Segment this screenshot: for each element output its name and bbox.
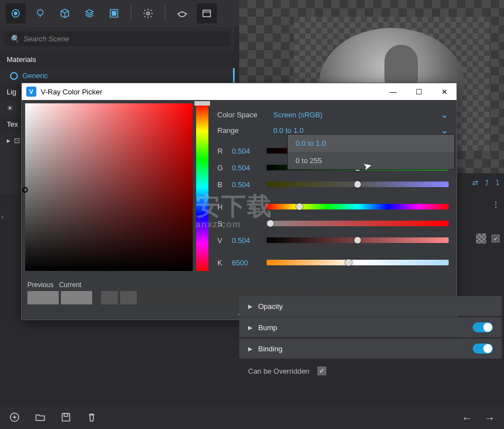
override-row: Can be Overridden ✓ <box>239 360 502 382</box>
r-value[interactable]: 0.504 <box>232 147 260 155</box>
previous-label: Previous <box>27 281 54 289</box>
prop-binding[interactable]: ▶ Binding <box>239 339 502 359</box>
svg-point-6 <box>147 12 150 15</box>
svg-point-7 <box>179 12 186 17</box>
channel-v: V 0.504 <box>217 232 449 249</box>
channel-h: H <box>217 198 449 215</box>
expand-triangle-icon: ▶ <box>248 303 253 309</box>
override-checkbox[interactable]: ✓ <box>317 366 326 375</box>
frame-icon[interactable] <box>104 3 124 23</box>
preset-swatch[interactable] <box>120 291 137 304</box>
back-arrow-icon[interactable]: ← <box>462 412 473 425</box>
separator <box>165 6 165 21</box>
preset-swatch[interactable] <box>139 291 182 304</box>
download-icon[interactable]: ⤵ <box>496 179 500 187</box>
prop-bump[interactable]: ▶ Bump <box>239 317 502 337</box>
expand-icon[interactable]: ▸ <box>7 136 11 145</box>
h-slider[interactable] <box>267 204 449 209</box>
sun-icon[interactable]: ☀ <box>7 104 13 112</box>
k-slider[interactable] <box>267 260 449 265</box>
trash-icon[interactable] <box>86 412 97 425</box>
hue-slider[interactable] <box>196 103 208 271</box>
color-space-label: Color Space <box>217 111 268 119</box>
color-space-row[interactable]: Color Space Screen (sRGB) ⌄ <box>217 107 449 122</box>
g-value[interactable]: 0.504 <box>232 164 260 172</box>
svg-point-1 <box>15 12 17 15</box>
prop-label: Bump <box>258 323 277 332</box>
maximize-button[interactable]: ☐ <box>411 87 427 97</box>
b-slider[interactable] <box>267 182 449 187</box>
cube-icon[interactable] <box>55 3 75 23</box>
close-button[interactable]: ✕ <box>437 87 452 97</box>
prop-opacity[interactable]: ▶ Opacity <box>239 296 502 316</box>
search-input[interactable]: 🔍 Search Scene <box>4 31 230 46</box>
channel-k: K 6500 <box>217 254 449 271</box>
svg-rect-5 <box>112 12 116 16</box>
upload-icon[interactable]: ⤴ <box>485 179 489 187</box>
color-picker-dialog: V V-Ray Color Picker — ☐ ✕ Color Space S… <box>21 83 457 320</box>
saturation-value-field[interactable] <box>25 103 193 271</box>
dialog-titlebar[interactable]: V V-Ray Color Picker — ☐ ✕ <box>22 83 457 100</box>
forward-arrow-icon[interactable]: → <box>484 412 495 425</box>
channel-b: B 0.504 <box>217 176 449 193</box>
separator <box>131 6 131 21</box>
b-value[interactable]: 0.504 <box>232 180 260 189</box>
svg-rect-8 <box>203 10 210 17</box>
k-value[interactable]: 6500 <box>232 259 260 267</box>
expand-triangle-icon: ▶ <box>248 346 253 352</box>
range-dropdown: 0.0 to 1.0 0 to 255 <box>287 134 455 170</box>
prop-label: Opacity <box>258 302 283 311</box>
window-icon[interactable] <box>197 3 217 23</box>
channel-s: S <box>217 215 449 232</box>
gear-icon[interactable] <box>138 3 158 23</box>
binding-toggle[interactable] <box>473 344 493 354</box>
tree-item-generic[interactable]: Generic <box>0 68 235 83</box>
texture-icon[interactable]: ⊡ <box>14 136 20 145</box>
add-icon[interactable] <box>9 412 20 425</box>
prop-label: Binding <box>258 345 282 353</box>
current-swatch[interactable] <box>61 291 92 304</box>
minimize-button[interactable]: — <box>385 87 401 97</box>
vray-logo-icon: V <box>26 87 36 97</box>
expand-triangle-icon: ▶ <box>248 325 253 331</box>
panel-actions: ⇄ ⤴ ⤵ <box>472 179 500 187</box>
save-icon[interactable] <box>60 412 72 425</box>
sv-cursor[interactable] <box>22 187 28 193</box>
teapot-icon[interactable] <box>172 3 192 23</box>
folder-icon[interactable] <box>35 412 46 425</box>
materials-header[interactable]: Materials <box>0 51 235 68</box>
dropdown-option-byte[interactable]: 0 to 255 <box>288 152 454 169</box>
target-icon[interactable] <box>6 3 26 23</box>
properties-panel: ▶ Opacity ▶ Bump ▶ Binding Can be Overri… <box>239 296 502 382</box>
slider-icon[interactable]: ⇄ <box>472 179 478 187</box>
override-label: Can be Overridden <box>248 367 310 375</box>
search-placeholder: Search Scene <box>23 35 69 43</box>
v-slider[interactable] <box>267 237 449 243</box>
chevron-down-icon[interactable]: ⌄ <box>440 108 449 121</box>
bump-toggle[interactable] <box>473 322 493 332</box>
material-circle-icon <box>10 72 18 80</box>
svg-point-2 <box>37 9 43 15</box>
preset-swatch[interactable] <box>101 291 118 304</box>
expand-left-handle[interactable]: ‹ <box>1 212 4 221</box>
swatch-toggle-row: ✓ <box>476 233 500 244</box>
mini-checkbox[interactable]: ✓ <box>492 235 500 242</box>
s-slider[interactable] <box>267 221 449 226</box>
dialog-title: V-Ray Color Picker <box>41 88 102 96</box>
panel-menu[interactable]: ⋮ <box>492 200 500 208</box>
footer-right: ← → <box>239 407 504 429</box>
mini-swatch-icon[interactable] <box>476 233 486 244</box>
current-label: Current <box>59 281 82 289</box>
previous-swatch[interactable] <box>27 291 59 304</box>
layers-icon[interactable] <box>79 3 99 23</box>
lightbulb-icon[interactable] <box>30 3 50 23</box>
range-label: Range <box>217 126 268 135</box>
search-icon: 🔍 <box>10 35 19 43</box>
dropdown-option-float[interactable]: 0.0 to 1.0 <box>288 135 454 152</box>
tree-item-label: Generic <box>22 72 48 80</box>
svg-rect-14 <box>62 413 69 421</box>
preset-swatch[interactable] <box>184 291 226 304</box>
range-value: 0.0 to 1.0 <box>273 126 340 135</box>
v-value[interactable]: 0.504 <box>232 236 260 245</box>
svg-rect-15 <box>64 413 68 416</box>
